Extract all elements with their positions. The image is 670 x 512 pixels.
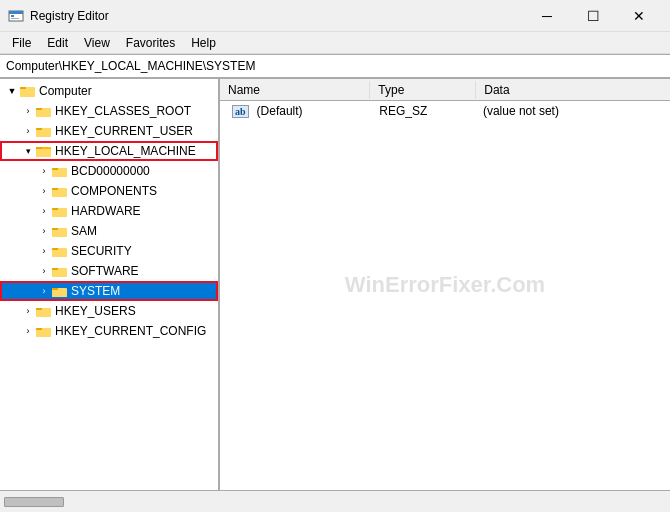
svg-rect-20 [52, 188, 58, 190]
data-col-data: (value not set) [475, 102, 666, 120]
data-col-type: REG_SZ [371, 102, 475, 120]
folder-icon-software [52, 264, 68, 278]
svg-rect-29 [52, 248, 58, 250]
svg-rect-21 [52, 190, 67, 197]
svg-rect-2 [11, 15, 14, 17]
expand-users[interactable]: › [20, 303, 36, 319]
tree-item-hkey-current-user[interactable]: › HKEY_CURRENT_USER [0, 121, 218, 141]
expand-software[interactable]: › [36, 263, 52, 279]
tree-label-computer: Computer [39, 84, 92, 98]
svg-rect-26 [52, 228, 58, 230]
title-bar: Registry Editor ─ ☐ ✕ [0, 0, 670, 32]
tree-label-software: SOFTWARE [71, 264, 139, 278]
folder-icon-sam [52, 224, 68, 238]
data-name-value: (Default) [257, 104, 303, 118]
svg-rect-23 [52, 208, 58, 210]
main-content: ▼ Computer › HKEY_CLASSES_ROOT › [0, 78, 670, 490]
tree-item-system[interactable]: › SYSTEM [0, 281, 218, 301]
expand-computer[interactable]: ▼ [4, 83, 20, 99]
folder-icon-classes-root [36, 104, 52, 118]
folder-icon-hardware [52, 204, 68, 218]
svg-rect-36 [52, 290, 67, 297]
expand-security[interactable]: › [36, 243, 52, 259]
tree-label-security: SECURITY [71, 244, 132, 258]
folder-icon-security [52, 244, 68, 258]
folder-icon-bcd [52, 164, 68, 178]
tree-item-hkey-current-config[interactable]: › HKEY_CURRENT_CONFIG [0, 321, 218, 341]
col-header-data: Data [476, 81, 670, 99]
tree-pane[interactable]: ▼ Computer › HKEY_CLASSES_ROOT › [0, 79, 220, 490]
title-bar-left: Registry Editor [8, 8, 109, 24]
tree-item-hkey-local-machine[interactable]: ▾ HKEY_LOCAL_MACHINE [0, 141, 218, 161]
tree-label-hardware: HARDWARE [71, 204, 141, 218]
tree-item-computer[interactable]: ▼ Computer [0, 81, 218, 101]
tree-label-users: HKEY_USERS [55, 304, 136, 318]
menu-favorites[interactable]: Favorites [118, 34, 183, 52]
column-headers: Name Type Data [220, 79, 670, 101]
menu-edit[interactable]: Edit [39, 34, 76, 52]
tree-item-software[interactable]: › SOFTWARE [0, 261, 218, 281]
folder-icon-current-config [36, 324, 52, 338]
app-title: Registry Editor [30, 9, 109, 23]
tree-label-components: COMPONENTS [71, 184, 157, 198]
expand-local-machine[interactable]: ▾ [20, 143, 36, 159]
tree-label-classes-root: HKEY_CLASSES_ROOT [55, 104, 191, 118]
watermark: WinErrorFixer.Com [345, 272, 545, 298]
reg-sz-icon: ab [232, 105, 249, 118]
svg-rect-15 [36, 149, 51, 157]
svg-rect-17 [52, 168, 58, 170]
expand-current-user[interactable]: › [20, 123, 36, 139]
svg-rect-3 [11, 18, 19, 19]
col-header-type: Type [370, 81, 476, 99]
minimize-button[interactable]: ─ [524, 0, 570, 32]
close-button[interactable]: ✕ [616, 0, 662, 32]
svg-rect-27 [52, 230, 67, 237]
tree-label-current-user: HKEY_CURRENT_USER [55, 124, 193, 138]
col-header-name: Name [220, 81, 370, 99]
svg-rect-6 [20, 89, 35, 97]
svg-rect-41 [36, 328, 42, 330]
expand-system[interactable]: › [36, 283, 52, 299]
svg-rect-1 [9, 11, 23, 14]
scroll-indicator[interactable] [4, 497, 64, 507]
maximize-button[interactable]: ☐ [570, 0, 616, 32]
menu-help[interactable]: Help [183, 34, 224, 52]
tree-label-local-machine: HKEY_LOCAL_MACHINE [55, 144, 196, 158]
tree-item-hkey-users[interactable]: › HKEY_USERS [0, 301, 218, 321]
folder-icon-computer [20, 84, 36, 98]
svg-rect-14 [36, 147, 42, 149]
app-icon [8, 8, 24, 24]
address-label: Computer\HKEY_LOCAL_MACHINE\SYSTEM [6, 59, 255, 73]
folder-icon-local-machine [36, 144, 52, 158]
svg-rect-42 [36, 330, 51, 337]
expand-hardware[interactable]: › [36, 203, 52, 219]
tree-item-security[interactable]: › SECURITY [0, 241, 218, 261]
folder-icon-system [52, 284, 68, 298]
svg-rect-35 [52, 288, 58, 290]
tree-item-hardware[interactable]: › HARDWARE [0, 201, 218, 221]
data-row-default[interactable]: ab (Default) REG_SZ (value not set) [220, 101, 670, 121]
svg-rect-8 [36, 108, 42, 110]
expand-classes-root[interactable]: › [20, 103, 36, 119]
svg-rect-9 [36, 110, 51, 117]
window-controls: ─ ☐ ✕ [524, 0, 662, 32]
svg-rect-38 [36, 308, 42, 310]
menu-file[interactable]: File [4, 34, 39, 52]
tree-label-current-config: HKEY_CURRENT_CONFIG [55, 324, 206, 338]
tree-item-bcd[interactable]: › BCD00000000 [0, 161, 218, 181]
expand-bcd[interactable]: › [36, 163, 52, 179]
tree-label-system: SYSTEM [71, 284, 120, 298]
tree-item-components[interactable]: › COMPONENTS [0, 181, 218, 201]
tree-item-sam[interactable]: › SAM [0, 221, 218, 241]
menu-view[interactable]: View [76, 34, 118, 52]
svg-rect-11 [36, 128, 42, 130]
expand-sam[interactable]: › [36, 223, 52, 239]
tree-item-hkey-classes-root[interactable]: › HKEY_CLASSES_ROOT [0, 101, 218, 121]
right-pane: Name Type Data ab (Default) REG_SZ (valu… [220, 79, 670, 490]
svg-rect-32 [52, 268, 58, 270]
expand-current-config[interactable]: › [20, 323, 36, 339]
tree-label-bcd: BCD00000000 [71, 164, 150, 178]
svg-rect-30 [52, 250, 67, 257]
svg-rect-5 [20, 87, 26, 89]
expand-components[interactable]: › [36, 183, 52, 199]
